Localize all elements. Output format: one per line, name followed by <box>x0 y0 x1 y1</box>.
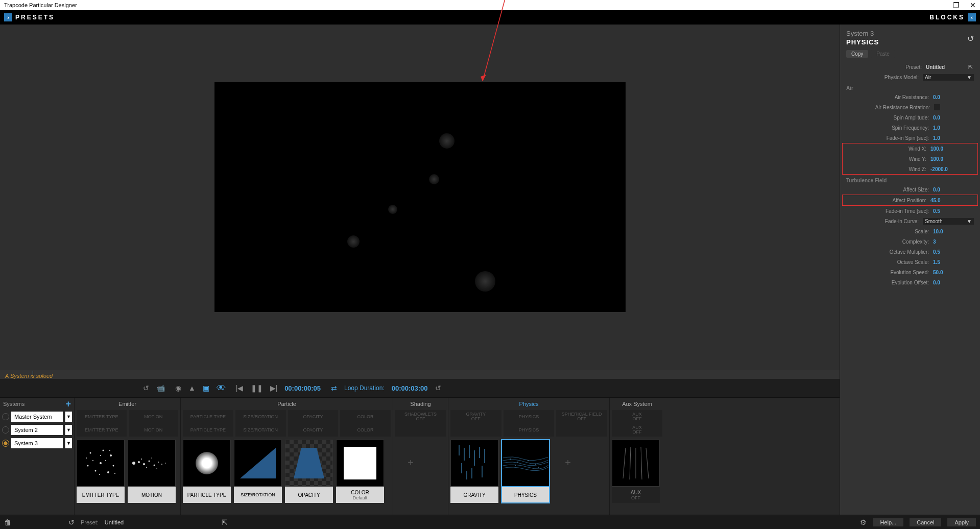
slot[interactable]: SIZE/ROTATION <box>235 410 286 423</box>
reset-icon[interactable]: ↺ <box>68 518 75 526</box>
wind-x-value[interactable]: 100.0 <box>930 146 971 152</box>
slot[interactable]: SHADOWLETS OFF <box>395 410 446 423</box>
system-dropdown[interactable]: ▼ <box>65 412 72 422</box>
fade-curve-select[interactable]: Smooth▼ <box>923 218 974 225</box>
card-color[interactable]: COLORDefault <box>336 440 384 503</box>
affect-size-value[interactable]: 0.0 <box>933 187 974 193</box>
timecode[interactable]: 00:00:00:05 <box>284 384 321 392</box>
system-name-field[interactable]: System 2 <box>11 425 63 435</box>
system-solo-toggle[interactable] <box>2 440 9 447</box>
slot[interactable]: OPACITY <box>288 410 339 423</box>
affect-position-value[interactable]: 45.0 <box>930 198 971 203</box>
add-physics-button[interactable]: + <box>553 440 583 486</box>
screen-icon[interactable]: ▣ <box>203 384 209 392</box>
slot[interactable] <box>450 423 501 437</box>
triangle-icon[interactable]: ▲ <box>188 384 196 392</box>
air-resistance-value[interactable]: 0.0 <box>933 94 974 100</box>
complexity-value[interactable]: 3 <box>933 239 974 245</box>
slot-emitter-type[interactable]: EMITTER TYPE <box>77 410 127 423</box>
card-emitter-type[interactable]: EMITTER TYPE <box>77 440 125 503</box>
system-row-master[interactable]: Master System ▼ <box>0 410 74 423</box>
slot[interactable]: PHYSICS <box>504 423 555 437</box>
system-solo-toggle[interactable] <box>2 413 9 420</box>
footer-preset-value[interactable]: Untitled <box>105 519 124 525</box>
octave-scale-value[interactable]: 1.5 <box>933 259 974 265</box>
slot[interactable]: AUX OFF <box>612 410 662 423</box>
slot[interactable]: COLOR <box>340 423 391 437</box>
skip-forward-icon[interactable]: ▶| <box>270 384 278 392</box>
loop-duration-value[interactable]: 00:00:03:00 <box>392 384 428 392</box>
paste-button[interactable]: Paste <box>871 50 895 58</box>
help-button[interactable]: Help... <box>873 518 903 526</box>
system-name-field[interactable]: System 3 <box>11 438 63 448</box>
slot[interactable]: OPACITY <box>288 423 339 437</box>
card-aux[interactable]: AUXOFF <box>612 440 660 503</box>
spin-frequency-value[interactable]: 1.0 <box>933 125 974 131</box>
card-size-rotation[interactable]: SIZE/ROTATION <box>234 440 282 503</box>
undo-icon[interactable]: ↺ <box>143 384 149 392</box>
card-opacity[interactable]: OPACITY <box>285 440 333 503</box>
copy-button[interactable]: Copy <box>846 50 868 58</box>
scale-value[interactable]: 10.0 <box>933 229 974 234</box>
slot-motion[interactable]: MOTION <box>129 410 179 423</box>
cancel-button[interactable]: Cancel <box>910 518 941 526</box>
pause-icon[interactable]: ❚❚ <box>251 384 263 392</box>
slot[interactable]: PARTICLE TYPE <box>183 410 233 423</box>
preview-viewport[interactable] <box>214 82 626 312</box>
presets-toggle-button[interactable]: › <box>4 13 12 21</box>
card-gravity[interactable]: GRAVITY <box>450 440 498 503</box>
timeline-bar[interactable]: A System is soloed <box>0 370 840 379</box>
trash-icon[interactable]: 🗑 <box>4 518 11 526</box>
camera-icon[interactable]: 📹 <box>156 384 165 392</box>
props-title: PHYSICS <box>846 38 974 46</box>
slot[interactable]: PHYSICS <box>504 410 555 423</box>
fade-spin-value[interactable]: 1.0 <box>933 135 974 141</box>
circle-icon[interactable]: ◉ <box>175 384 181 392</box>
system-dropdown[interactable]: ▼ <box>65 425 72 435</box>
save-preset-icon[interactable]: ⇱ <box>967 64 974 70</box>
slot-emitter-type[interactable]: EMITTER TYPE <box>77 423 127 437</box>
svg-point-25 <box>141 459 142 460</box>
slot-motion[interactable]: MOTION <box>129 423 179 437</box>
eye-icon[interactable]: 👁 <box>217 383 226 394</box>
slot[interactable]: PARTICLE TYPE <box>183 423 233 437</box>
reset-icon[interactable]: ↺ <box>967 34 974 43</box>
card-motion[interactable]: MOTION <box>128 440 176 503</box>
blocks-toggle-button[interactable]: ‹ <box>968 13 976 21</box>
slot[interactable] <box>556 423 607 437</box>
system-row-3[interactable]: System 3 ▼ <box>0 437 74 450</box>
shading-section-header: Shading <box>393 398 448 410</box>
card-physics[interactable]: PHYSICS <box>501 440 549 503</box>
evo-offset-value[interactable]: 0.0 <box>933 280 974 285</box>
loop-icon[interactable]: ⇄ <box>331 384 337 392</box>
slot[interactable]: COLOR <box>340 410 391 423</box>
add-system-button[interactable]: + <box>65 399 71 410</box>
fade-time-value[interactable]: 0.5 <box>933 208 974 214</box>
card-particle-type[interactable]: PARTICLE TYPE <box>183 440 231 503</box>
slot[interactable]: SIZE/ROTATION <box>235 423 286 437</box>
preset-value[interactable]: Untitled <box>926 64 967 70</box>
air-res-rot-checkbox[interactable] <box>934 104 940 110</box>
slot[interactable] <box>395 423 446 437</box>
slot[interactable]: GRAVITY OFF <box>450 410 501 423</box>
system-solo-toggle[interactable] <box>2 426 9 434</box>
slot[interactable]: SPHERICAL FIELD OFF <box>556 410 607 423</box>
physics-model-select[interactable]: Air▼ <box>923 74 974 81</box>
system-name-field[interactable]: Master System <box>11 412 63 422</box>
loop-reset-icon[interactable]: ↺ <box>435 384 441 392</box>
spin-amplitude-value[interactable]: 0.0 <box>933 115 974 121</box>
skip-back-icon[interactable]: |◀ <box>236 384 244 392</box>
wind-z-value[interactable]: -2000.0 <box>930 166 971 172</box>
octave-mult-value[interactable]: 0.5 <box>933 249 974 255</box>
window-restore-icon[interactable]: ❐ <box>953 1 960 9</box>
evo-speed-value[interactable]: 50.0 <box>933 270 974 275</box>
system-row-2[interactable]: System 2 ▼ <box>0 423 74 437</box>
gear-icon[interactable]: ⚙ <box>860 518 867 526</box>
add-shading-button[interactable]: + <box>395 440 426 486</box>
apply-button[interactable]: Apply <box>947 518 976 526</box>
wind-y-value[interactable]: 100.0 <box>930 156 971 162</box>
save-footer-icon[interactable]: ⇱ <box>222 518 228 526</box>
slot[interactable]: AUX OFF <box>612 423 662 437</box>
window-close-icon[interactable]: ✕ <box>970 1 976 9</box>
system-dropdown[interactable]: ▼ <box>65 438 72 448</box>
